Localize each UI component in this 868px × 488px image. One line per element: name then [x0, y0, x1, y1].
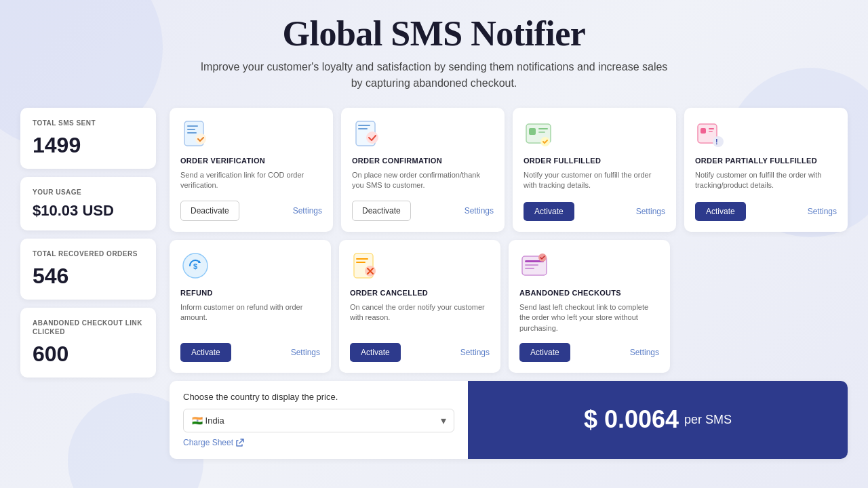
order-cancelled-settings-button[interactable]: Settings — [460, 348, 490, 357]
card-refund-actions: Activate Settings — [180, 343, 320, 362]
svg-rect-16 — [709, 128, 714, 129]
refund-icon: $ — [180, 251, 210, 281]
card-order-cancelled-actions: Activate Settings — [350, 343, 490, 362]
svg-rect-15 — [701, 128, 706, 134]
order-confirmation-settings-button[interactable]: Settings — [465, 206, 494, 216]
charge-sheet-link[interactable]: Charge Sheet — [183, 438, 244, 447]
order-verification-icon — [180, 119, 210, 148]
order-partially-fulfilled-icon: ! — [695, 119, 725, 148]
order-partially-fulfilled-settings-button[interactable]: Settings — [808, 207, 837, 216]
order-partially-fulfilled-activate-button[interactable]: Activate — [695, 202, 746, 221]
order-fulfilled-icon — [524, 119, 553, 148]
svg-rect-17 — [709, 131, 713, 132]
svg-rect-2 — [187, 129, 195, 130]
order-fulfilled-settings-button[interactable]: Settings — [636, 207, 665, 216]
card-order-fulfilled-actions: Activate Settings — [524, 202, 665, 221]
country-selector-panel: Choose the country to display the price.… — [170, 381, 468, 459]
external-link-icon — [236, 439, 244, 447]
page-title: Global SMS Notifier — [20, 14, 848, 54]
order-confirmation-icon — [352, 119, 382, 148]
svg-rect-11 — [538, 128, 548, 129]
stat-your-usage: YOUR USAGE $10.03 USD — [20, 177, 156, 230]
bottom-section: Choose the country to display the price.… — [170, 381, 848, 459]
svg-rect-12 — [538, 131, 545, 133]
stat-abandoned-checkout-link-clicked: ABANDONED CHECKOUT LINK CLICKED 600 — [20, 308, 156, 378]
svg-rect-29 — [525, 268, 534, 269]
country-select[interactable]: 🇮🇳 India 🇺🇸 United States 🇬🇧 United King… — [183, 409, 454, 432]
order-verification-deactivate-button[interactable]: Deactivate — [180, 201, 239, 221]
card-refund: $ REFUND Inform customer on refund with … — [170, 240, 331, 373]
card-order-verification: ORDER VERIFICATION Send a verification l… — [170, 108, 333, 232]
card-order-verification-actions: Deactivate Settings — [180, 201, 322, 221]
price-banner: $ 0.0064 per SMS — [468, 381, 848, 459]
card-order-confirmation: ORDER CONFIRMATION On place new order co… — [341, 108, 505, 232]
card-order-cancelled: ORDER CANCELLED On cancel the order noti… — [339, 240, 500, 373]
order-verification-settings-button[interactable]: Settings — [293, 206, 322, 216]
card-order-partially-fulfilled-actions: Activate Settings — [695, 202, 837, 221]
card-abandoned-checkouts-actions: Activate Settings — [519, 343, 659, 362]
svg-point-18 — [713, 136, 724, 147]
cards-row-2: $ REFUND Inform customer on refund with … — [170, 240, 670, 373]
svg-rect-10 — [529, 128, 536, 135]
svg-text:!: ! — [715, 138, 718, 146]
svg-point-8 — [366, 131, 378, 144]
svg-rect-1 — [187, 125, 198, 127]
order-confirmation-deactivate-button[interactable]: Deactivate — [352, 201, 411, 221]
card-order-partially-fulfilled: ! ORDER PARTIALLY FULLFILLED Notify cust… — [684, 108, 848, 232]
page-subtitle: Improve your customer's loyalty and sati… — [197, 59, 671, 92]
cards-row-1: ORDER VERIFICATION Send a verification l… — [170, 108, 848, 232]
refund-settings-button[interactable]: Settings — [291, 348, 320, 357]
order-cancelled-icon — [350, 251, 380, 281]
svg-rect-28 — [525, 264, 538, 266]
abandoned-checkouts-activate-button[interactable]: Activate — [519, 343, 570, 362]
country-select-wrapper: 🇮🇳 India 🇺🇸 United States 🇬🇧 United King… — [183, 409, 454, 432]
card-order-confirmation-actions: Deactivate Settings — [352, 201, 494, 221]
stat-total-sms-sent: TOTAL SMS SENT 1499 — [20, 108, 156, 169]
order-fulfilled-activate-button[interactable]: Activate — [524, 202, 574, 221]
order-cancelled-activate-button[interactable]: Activate — [350, 343, 401, 362]
page-header: Global SMS Notifier Improve your custome… — [20, 14, 848, 92]
refund-activate-button[interactable]: Activate — [180, 343, 231, 362]
stat-total-recovered-orders: TOTAL RECOVERED ORDERS 546 — [20, 239, 156, 300]
right-content: ORDER VERIFICATION Send a verification l… — [170, 108, 848, 459]
abandoned-checkouts-settings-button[interactable]: Settings — [630, 348, 659, 357]
country-selector-label: Choose the country to display the price. — [183, 392, 454, 402]
card-order-fulfilled: ORDER FULLFILLED Notify your customer on… — [513, 108, 676, 232]
abandoned-checkouts-icon — [519, 251, 549, 281]
svg-rect-3 — [187, 132, 197, 134]
card-abandoned-checkouts: ABANDONED CHECKOUTS Send last left check… — [509, 240, 670, 373]
svg-text:$: $ — [193, 262, 197, 270]
svg-point-4 — [195, 134, 206, 144]
stats-sidebar: TOTAL SMS SENT 1499 YOUR USAGE $10.03 US… — [20, 108, 156, 378]
